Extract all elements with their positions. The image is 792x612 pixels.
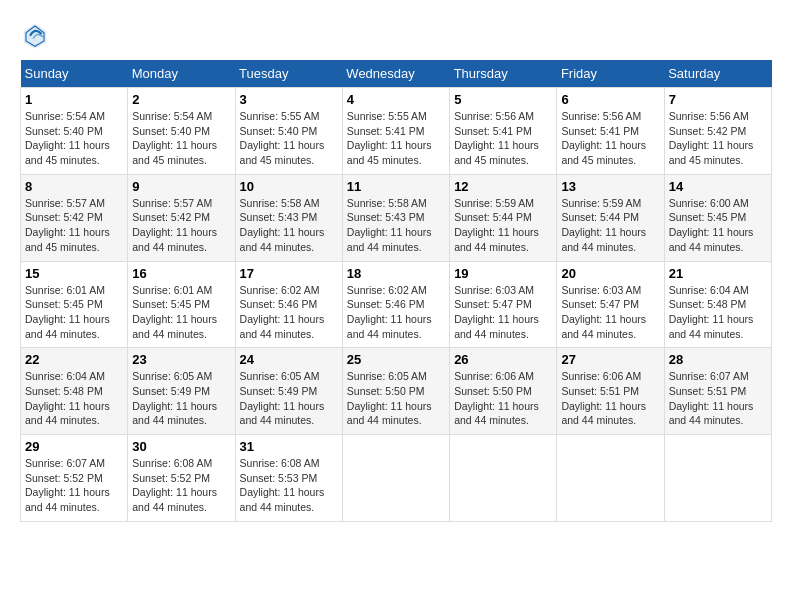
day-number: 15 — [25, 266, 123, 281]
calendar-cell: 27Sunrise: 6:06 AMSunset: 5:51 PMDayligh… — [557, 348, 664, 435]
calendar-week-1: 1Sunrise: 5:54 AMSunset: 5:40 PMDaylight… — [21, 88, 772, 175]
day-number: 26 — [454, 352, 552, 367]
day-number: 17 — [240, 266, 338, 281]
calendar-cell: 22Sunrise: 6:04 AMSunset: 5:48 PMDayligh… — [21, 348, 128, 435]
day-number: 2 — [132, 92, 230, 107]
day-number: 27 — [561, 352, 659, 367]
calendar-header-sunday: Sunday — [21, 60, 128, 88]
day-number: 29 — [25, 439, 123, 454]
calendar-cell: 6Sunrise: 5:56 AMSunset: 5:41 PMDaylight… — [557, 88, 664, 175]
day-info: Sunrise: 6:03 AMSunset: 5:47 PMDaylight:… — [561, 283, 659, 342]
calendar-cell: 7Sunrise: 5:56 AMSunset: 5:42 PMDaylight… — [664, 88, 771, 175]
day-number: 28 — [669, 352, 767, 367]
day-number: 13 — [561, 179, 659, 194]
day-info: Sunrise: 5:56 AMSunset: 5:41 PMDaylight:… — [561, 109, 659, 168]
day-number: 10 — [240, 179, 338, 194]
calendar-cell: 19Sunrise: 6:03 AMSunset: 5:47 PMDayligh… — [450, 261, 557, 348]
day-info: Sunrise: 6:04 AMSunset: 5:48 PMDaylight:… — [25, 369, 123, 428]
calendar-cell: 21Sunrise: 6:04 AMSunset: 5:48 PMDayligh… — [664, 261, 771, 348]
day-number: 12 — [454, 179, 552, 194]
day-number: 16 — [132, 266, 230, 281]
calendar-cell: 18Sunrise: 6:02 AMSunset: 5:46 PMDayligh… — [342, 261, 449, 348]
day-info: Sunrise: 5:54 AMSunset: 5:40 PMDaylight:… — [132, 109, 230, 168]
calendar-week-4: 22Sunrise: 6:04 AMSunset: 5:48 PMDayligh… — [21, 348, 772, 435]
calendar-header-row: SundayMondayTuesdayWednesdayThursdayFrid… — [21, 60, 772, 88]
calendar-cell: 12Sunrise: 5:59 AMSunset: 5:44 PMDayligh… — [450, 174, 557, 261]
day-info: Sunrise: 6:05 AMSunset: 5:49 PMDaylight:… — [132, 369, 230, 428]
day-info: Sunrise: 6:08 AMSunset: 5:53 PMDaylight:… — [240, 456, 338, 515]
calendar-header-monday: Monday — [128, 60, 235, 88]
day-info: Sunrise: 5:57 AMSunset: 5:42 PMDaylight:… — [132, 196, 230, 255]
calendar-cell: 4Sunrise: 5:55 AMSunset: 5:41 PMDaylight… — [342, 88, 449, 175]
day-number: 14 — [669, 179, 767, 194]
calendar-cell: 31Sunrise: 6:08 AMSunset: 5:53 PMDayligh… — [235, 435, 342, 522]
calendar-cell: 14Sunrise: 6:00 AMSunset: 5:45 PMDayligh… — [664, 174, 771, 261]
day-info: Sunrise: 5:55 AMSunset: 5:40 PMDaylight:… — [240, 109, 338, 168]
day-info: Sunrise: 6:07 AMSunset: 5:52 PMDaylight:… — [25, 456, 123, 515]
calendar-cell — [664, 435, 771, 522]
day-number: 4 — [347, 92, 445, 107]
calendar-cell: 10Sunrise: 5:58 AMSunset: 5:43 PMDayligh… — [235, 174, 342, 261]
calendar-body: 1Sunrise: 5:54 AMSunset: 5:40 PMDaylight… — [21, 88, 772, 522]
day-number: 22 — [25, 352, 123, 367]
day-info: Sunrise: 5:55 AMSunset: 5:41 PMDaylight:… — [347, 109, 445, 168]
calendar-week-3: 15Sunrise: 6:01 AMSunset: 5:45 PMDayligh… — [21, 261, 772, 348]
header — [20, 20, 772, 50]
day-number: 31 — [240, 439, 338, 454]
day-number: 23 — [132, 352, 230, 367]
calendar-cell: 26Sunrise: 6:06 AMSunset: 5:50 PMDayligh… — [450, 348, 557, 435]
day-info: Sunrise: 6:06 AMSunset: 5:50 PMDaylight:… — [454, 369, 552, 428]
calendar-cell: 8Sunrise: 5:57 AMSunset: 5:42 PMDaylight… — [21, 174, 128, 261]
day-number: 20 — [561, 266, 659, 281]
calendar-header-wednesday: Wednesday — [342, 60, 449, 88]
day-info: Sunrise: 6:05 AMSunset: 5:49 PMDaylight:… — [240, 369, 338, 428]
day-number: 21 — [669, 266, 767, 281]
day-number: 5 — [454, 92, 552, 107]
logo — [20, 20, 54, 50]
calendar-cell: 24Sunrise: 6:05 AMSunset: 5:49 PMDayligh… — [235, 348, 342, 435]
calendar-cell: 11Sunrise: 5:58 AMSunset: 5:43 PMDayligh… — [342, 174, 449, 261]
calendar-cell: 2Sunrise: 5:54 AMSunset: 5:40 PMDaylight… — [128, 88, 235, 175]
calendar-header-thursday: Thursday — [450, 60, 557, 88]
calendar-cell: 29Sunrise: 6:07 AMSunset: 5:52 PMDayligh… — [21, 435, 128, 522]
day-info: Sunrise: 6:01 AMSunset: 5:45 PMDaylight:… — [25, 283, 123, 342]
day-number: 3 — [240, 92, 338, 107]
day-number: 11 — [347, 179, 445, 194]
day-number: 18 — [347, 266, 445, 281]
day-number: 7 — [669, 92, 767, 107]
calendar-cell: 25Sunrise: 6:05 AMSunset: 5:50 PMDayligh… — [342, 348, 449, 435]
calendar-cell — [557, 435, 664, 522]
day-number: 19 — [454, 266, 552, 281]
calendar-cell: 23Sunrise: 6:05 AMSunset: 5:49 PMDayligh… — [128, 348, 235, 435]
calendar-cell: 3Sunrise: 5:55 AMSunset: 5:40 PMDaylight… — [235, 88, 342, 175]
calendar-cell: 15Sunrise: 6:01 AMSunset: 5:45 PMDayligh… — [21, 261, 128, 348]
day-info: Sunrise: 5:54 AMSunset: 5:40 PMDaylight:… — [25, 109, 123, 168]
calendar-cell: 28Sunrise: 6:07 AMSunset: 5:51 PMDayligh… — [664, 348, 771, 435]
calendar-cell: 5Sunrise: 5:56 AMSunset: 5:41 PMDaylight… — [450, 88, 557, 175]
day-number: 9 — [132, 179, 230, 194]
day-info: Sunrise: 6:02 AMSunset: 5:46 PMDaylight:… — [347, 283, 445, 342]
day-info: Sunrise: 6:01 AMSunset: 5:45 PMDaylight:… — [132, 283, 230, 342]
calendar-cell: 30Sunrise: 6:08 AMSunset: 5:52 PMDayligh… — [128, 435, 235, 522]
calendar-table: SundayMondayTuesdayWednesdayThursdayFrid… — [20, 60, 772, 522]
day-number: 8 — [25, 179, 123, 194]
logo-icon — [20, 20, 50, 50]
calendar-header-friday: Friday — [557, 60, 664, 88]
calendar-cell: 1Sunrise: 5:54 AMSunset: 5:40 PMDaylight… — [21, 88, 128, 175]
day-info: Sunrise: 5:57 AMSunset: 5:42 PMDaylight:… — [25, 196, 123, 255]
day-number: 1 — [25, 92, 123, 107]
calendar-cell — [450, 435, 557, 522]
day-number: 25 — [347, 352, 445, 367]
day-info: Sunrise: 6:00 AMSunset: 5:45 PMDaylight:… — [669, 196, 767, 255]
day-info: Sunrise: 6:04 AMSunset: 5:48 PMDaylight:… — [669, 283, 767, 342]
calendar-cell: 9Sunrise: 5:57 AMSunset: 5:42 PMDaylight… — [128, 174, 235, 261]
calendar-cell: 17Sunrise: 6:02 AMSunset: 5:46 PMDayligh… — [235, 261, 342, 348]
calendar-cell: 13Sunrise: 5:59 AMSunset: 5:44 PMDayligh… — [557, 174, 664, 261]
day-info: Sunrise: 6:06 AMSunset: 5:51 PMDaylight:… — [561, 369, 659, 428]
day-number: 30 — [132, 439, 230, 454]
day-number: 24 — [240, 352, 338, 367]
calendar-cell: 16Sunrise: 6:01 AMSunset: 5:45 PMDayligh… — [128, 261, 235, 348]
calendar-week-5: 29Sunrise: 6:07 AMSunset: 5:52 PMDayligh… — [21, 435, 772, 522]
calendar-week-2: 8Sunrise: 5:57 AMSunset: 5:42 PMDaylight… — [21, 174, 772, 261]
day-number: 6 — [561, 92, 659, 107]
